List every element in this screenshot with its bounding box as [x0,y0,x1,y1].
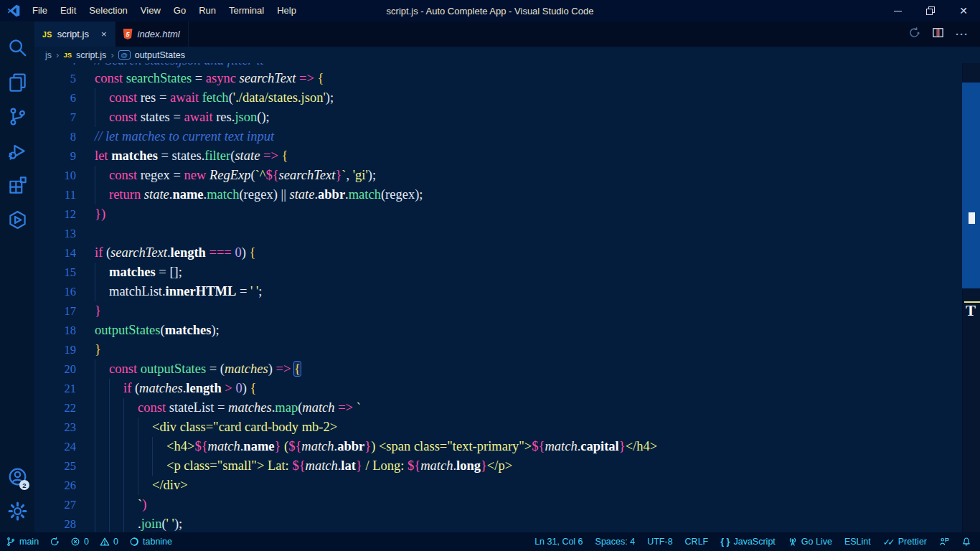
indent-guide [95,359,95,379]
restore-button[interactable] [914,0,947,22]
prettier-item[interactable]: ✓✓Prettier [883,537,927,547]
code-token: length [186,381,221,395]
errors-item[interactable]: 0 [70,537,89,547]
indent-guide [95,282,95,301]
code-token: } [95,342,101,357]
line-number: 21 [34,379,76,398]
code-line: 9let matches = states.filter(state => { [34,146,980,166]
split-editor-icon[interactable] [932,27,944,42]
indent-guide [95,88,95,108]
indent-guide [95,263,95,282]
feedback-icon [939,537,949,547]
warnings-item[interactable]: 0 [100,537,118,547]
indentation-item[interactable]: Spaces: 4 [595,537,636,547]
code-token: stateList [169,400,215,415]
notifications-item[interactable] [961,537,971,547]
indent-guide [123,398,124,418]
code-editor[interactable]: T 4// Search states.json and filter it5c… [34,63,980,532]
breadcrumb-file[interactable]: script.js [76,50,106,60]
search-icon[interactable] [0,30,34,65]
code-token: capital [580,439,618,453]
indent-guide [95,166,95,185]
breadcrumb-symbol[interactable]: outputStates [135,50,185,60]
code-line: 19} [34,340,980,359]
language-mode-item[interactable]: { }JavaScript [720,537,776,547]
code-token: if [95,245,106,260]
code-line: 6const res = await fetch('./data/states.… [34,88,980,108]
tabnine-item[interactable]: tabnine [129,537,172,547]
line-content: `) [95,495,146,514]
code-token: ) [242,245,250,260]
code-token: res [141,90,156,105]
code-token: ' ' [250,284,258,298]
braces-icon: { } [720,537,730,547]
code-token: searchText [279,168,336,182]
js-file-icon: JS [63,51,72,59]
code-token: ) [142,497,146,512]
sync-changes-icon[interactable] [908,27,920,42]
git-branch-item[interactable]: main [6,537,39,547]
tab-script.js[interactable]: JSscript.js× [34,22,116,47]
cursor-position-item[interactable]: Ln 31, Col 6 [534,537,583,547]
sync-item[interactable] [50,537,60,547]
menu-terminal[interactable]: Terminal [222,0,270,22]
code-line: 24<h4>${match.name} (${match.abbr}) <spa… [34,437,980,456]
breadcrumb-folder[interactable]: js [45,50,52,60]
status-label: UTF-8 [647,537,672,547]
line-number: 19 [34,340,76,359]
minimize-button[interactable] [881,0,914,22]
overview-letter: T [966,303,976,319]
code-line: 17} [34,301,980,321]
menu-file[interactable]: File [26,0,54,22]
tab-index.html[interactable]: 5index.html [116,22,189,47]
feedback-item[interactable] [939,537,949,547]
menu-run[interactable]: Run [192,0,222,22]
line-number: 9 [34,146,76,166]
indent-guide [109,398,110,418]
go-live-item[interactable]: Go Live [788,537,832,547]
tab-close-icon[interactable]: × [101,29,107,39]
source-control-icon[interactable] [0,99,34,133]
menu-help[interactable]: Help [270,0,303,22]
extensions-icon[interactable] [0,168,34,202]
code-token: ); [415,187,423,202]
code-token: ${ [407,458,420,473]
hex-extension-icon[interactable] [0,202,34,237]
scrollbar-thumb[interactable] [962,83,980,288]
code-token: ${ [292,458,305,473]
eslint-item[interactable]: ESLint [844,537,871,547]
menu-bar: FileEditSelectionViewGoRunTerminalHelp [26,0,303,22]
code-token: const [109,110,141,124]
more-actions-icon[interactable]: ··· [956,28,969,40]
code-token: 0 [235,381,242,395]
menu-view[interactable]: View [134,0,167,22]
code-token: state [144,187,169,202]
code-token: outputStates [141,362,206,376]
code-token: fetch [202,90,229,105]
account-icon[interactable]: 2 [0,459,34,494]
code-token: abbr [318,187,345,202]
explorer-icon[interactable] [0,65,34,99]
code-token: matches [165,323,212,337]
menu-edit[interactable]: Edit [54,0,83,22]
code-token: <p class="small"> Lat: [166,458,292,473]
status-label: 0 [84,537,89,547]
code-token: matches [139,381,183,395]
code-token: { [317,71,324,85]
close-button[interactable]: ✕ [947,0,980,22]
line-content: return state.name.match(regex) || state.… [95,185,423,204]
menu-go[interactable]: Go [167,0,192,22]
code-token: regex [141,168,170,182]
code-token: match [302,400,334,415]
line-number: 26 [34,476,76,495]
line-number: 6 [34,88,76,108]
encoding-item[interactable]: UTF-8 [647,537,672,547]
run-debug-icon[interactable] [0,133,34,168]
code-token: </div> [152,478,188,492]
settings-gear-icon[interactable] [0,494,34,528]
menu-selection[interactable]: Selection [83,0,133,22]
code-line: 14if (searchText.length === 0) { [34,243,980,263]
eol-item[interactable]: CRLF [685,537,709,547]
indent-guide [123,476,124,495]
line-number: 12 [34,204,76,224]
